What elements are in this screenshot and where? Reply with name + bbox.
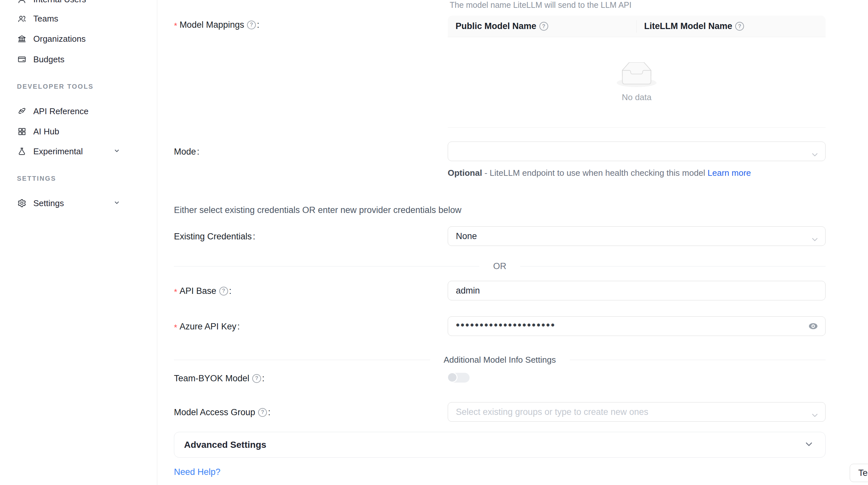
- api-base-label: * API Base ? :: [174, 285, 231, 297]
- chevron-down-icon: [811, 410, 818, 420]
- chevron-down-icon: [811, 234, 818, 244]
- test-connect-button[interactable]: Test Connect: [850, 464, 868, 482]
- chevron-down-icon: [113, 199, 121, 208]
- additional-info-divider: Additional Model Info Settings: [174, 355, 826, 365]
- help-circle-icon[interactable]: ?: [247, 21, 256, 29]
- mode-label: Mode :: [174, 146, 199, 158]
- learn-more-link[interactable]: Learn more: [708, 168, 751, 178]
- mode-helper-text: Optional - LiteLLM endpoint to use when …: [448, 166, 820, 180]
- sidebar-item-label: Organizations: [33, 34, 86, 44]
- masked-password-value: •••••••••••••••••••••: [456, 319, 556, 331]
- divider-line: [174, 266, 479, 266]
- divider-line: [520, 266, 826, 266]
- advanced-settings-title: Advanced Settings: [184, 440, 804, 450]
- empty-box-icon: [617, 62, 656, 89]
- required-mark: *: [174, 287, 177, 297]
- select-placeholder: Select existing groups or type to create…: [456, 407, 648, 417]
- add-model-page: Internal Users Teams Organizations Budge…: [0, 0, 868, 485]
- sidebar-item-experimental[interactable]: Experimental: [0, 144, 157, 159]
- divider-line: [174, 360, 430, 360]
- existing-credentials-select[interactable]: None: [448, 226, 826, 246]
- chevron-down-icon: [804, 441, 813, 449]
- sidebar-item-budgets[interactable]: Budgets: [0, 52, 157, 67]
- toggle-knob: [447, 372, 458, 383]
- sidebar-section-settings: SETTINGS: [17, 175, 56, 182]
- no-data-text: No data: [622, 92, 651, 102]
- gear-icon: [17, 198, 27, 208]
- credit-card-icon: [17, 55, 27, 64]
- api-plug-icon: [17, 106, 27, 116]
- add-model-form: The model name LiteLLM will send to the …: [157, 0, 868, 485]
- help-circle-icon[interactable]: ?: [258, 408, 267, 417]
- need-help-link[interactable]: Need Help?: [174, 467, 221, 477]
- mode-select[interactable]: [448, 141, 826, 161]
- chevron-down-icon: [113, 147, 121, 156]
- sidebar-item-settings[interactable]: Settings: [0, 196, 157, 211]
- sidebar-item-internal-users[interactable]: Internal Users: [0, 0, 157, 6]
- sidebar-item-label: Settings: [33, 198, 64, 208]
- credentials-note: Either select existing credentials OR en…: [174, 205, 461, 215]
- sidebar-item-label: API Reference: [33, 106, 88, 117]
- help-circle-icon[interactable]: ?: [735, 22, 744, 31]
- bank-icon: [17, 34, 27, 44]
- sidebar-item-label: Internal Users: [33, 0, 86, 5]
- sidebar-item-label: Budgets: [33, 55, 64, 65]
- api-base-field: [448, 281, 826, 300]
- column-public-model-name: Public Model Name ?: [448, 21, 636, 31]
- model-access-group-select[interactable]: Select existing groups or type to create…: [448, 402, 826, 422]
- help-circle-icon[interactable]: ?: [539, 22, 548, 31]
- model-mappings-label: * Model Mappings ? :: [174, 19, 259, 31]
- table-empty-state: No data: [448, 37, 826, 127]
- sidebar-section-developer-tools: DEVELOPER TOOLS: [17, 83, 94, 90]
- existing-credentials-label: Existing Credentials :: [174, 230, 255, 243]
- column-divider: [636, 20, 637, 33]
- sidebar-item-label: AI Hub: [33, 127, 59, 137]
- model-name-hint: The model name LiteLLM will send to the …: [450, 0, 631, 10]
- grid-icon: [17, 127, 27, 136]
- sidebar-item-organizations[interactable]: Organizations: [0, 32, 157, 46]
- sidebar-item-api-reference[interactable]: API Reference: [0, 104, 157, 119]
- sidebar-item-teams[interactable]: Teams: [0, 11, 157, 26]
- team-byok-label: Team-BYOK Model ? :: [174, 372, 265, 385]
- teams-icon: [17, 14, 27, 24]
- eye-icon[interactable]: [808, 321, 819, 333]
- sidebar-item-ai-hub[interactable]: AI Hub: [0, 124, 157, 139]
- flask-icon: [17, 147, 27, 156]
- or-divider: OR: [174, 261, 826, 271]
- divider-line: [570, 360, 826, 360]
- model-mappings-table: Public Model Name ? LiteLLM Model Name ?: [448, 15, 826, 128]
- sidebar-item-label: Teams: [33, 14, 58, 24]
- api-base-input[interactable]: [456, 286, 817, 296]
- azure-api-key-field[interactable]: •••••••••••••••••••••: [448, 316, 826, 336]
- table-header: Public Model Name ? LiteLLM Model Name ?: [448, 15, 826, 37]
- model-access-group-label: Model Access Group ? :: [174, 406, 271, 418]
- advanced-settings-panel[interactable]: Advanced Settings: [174, 432, 826, 458]
- chevron-down-icon: [811, 149, 818, 159]
- help-circle-icon[interactable]: ?: [219, 287, 228, 295]
- sidebar: Internal Users Teams Organizations Budge…: [0, 0, 157, 485]
- user-icon: [17, 0, 27, 4]
- column-litellm-model-name: LiteLLM Model Name ?: [636, 21, 744, 31]
- required-mark: *: [174, 323, 177, 333]
- required-mark: *: [174, 21, 177, 31]
- azure-api-key-label: * Azure API Key :: [174, 320, 240, 333]
- help-circle-icon[interactable]: ?: [252, 374, 261, 383]
- sidebar-item-label: Experimental: [33, 147, 83, 157]
- team-byok-toggle[interactable]: [448, 373, 470, 383]
